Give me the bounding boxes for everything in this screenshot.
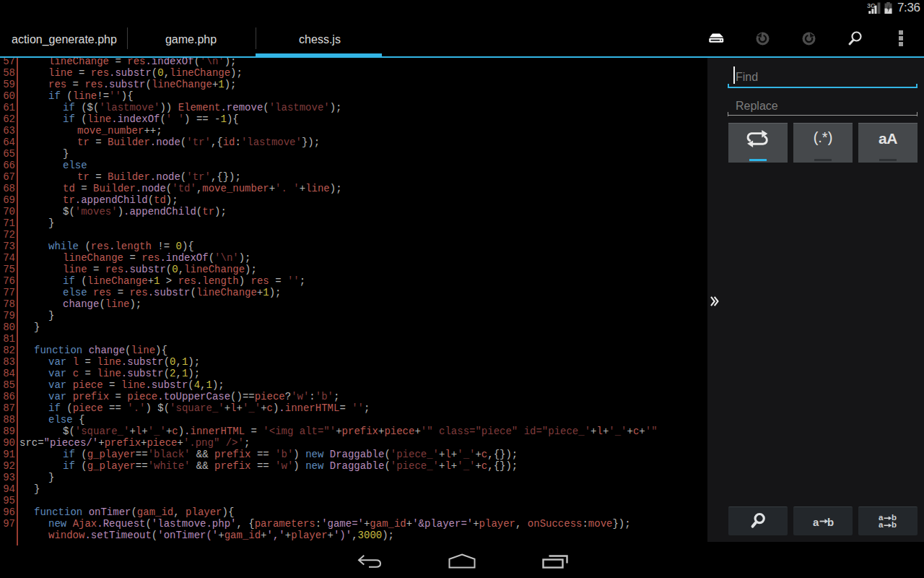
svg-text:3G: 3G [867, 2, 876, 9]
